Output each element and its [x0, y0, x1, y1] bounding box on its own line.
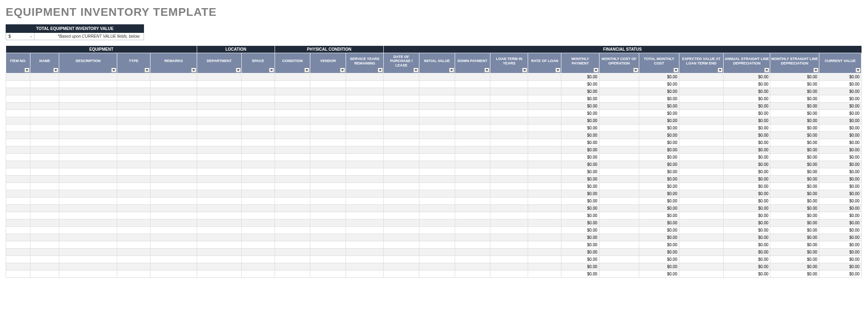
cell[interactable]	[241, 95, 275, 103]
cell[interactable]	[679, 103, 724, 110]
cell[interactable]	[30, 139, 59, 146]
cell[interactable]	[6, 103, 30, 110]
cell[interactable]	[275, 103, 310, 110]
cell[interactable]	[310, 190, 346, 198]
cell[interactable]	[241, 256, 275, 263]
cell[interactable]: $0.00	[561, 117, 599, 125]
cell[interactable]: $0.00	[819, 139, 861, 146]
cell[interactable]	[679, 263, 724, 271]
cell[interactable]	[30, 95, 59, 103]
cell[interactable]: $0.00	[819, 198, 861, 205]
cell[interactable]	[30, 146, 59, 154]
cell[interactable]	[117, 176, 150, 183]
cell[interactable]	[150, 198, 197, 205]
cell[interactable]	[117, 263, 150, 271]
filter-dropdown-icon[interactable]	[378, 68, 383, 73]
cell[interactable]	[150, 256, 197, 263]
cell[interactable]	[599, 88, 639, 95]
cell[interactable]	[346, 132, 384, 139]
cell[interactable]	[117, 205, 150, 212]
cell[interactable]	[59, 154, 117, 161]
cell[interactable]	[384, 132, 419, 139]
cell[interactable]	[346, 212, 384, 219]
cell[interactable]	[310, 241, 346, 249]
cell[interactable]: $0.00	[639, 183, 679, 190]
cell[interactable]	[310, 168, 346, 176]
cell[interactable]	[117, 234, 150, 241]
cell[interactable]	[59, 176, 117, 183]
cell[interactable]	[490, 205, 528, 212]
cell[interactable]	[150, 241, 197, 249]
cell[interactable]	[197, 263, 242, 271]
cell[interactable]	[59, 139, 117, 146]
cell[interactable]	[528, 81, 561, 88]
cell[interactable]	[490, 183, 528, 190]
cell[interactable]	[419, 139, 455, 146]
cell[interactable]	[30, 241, 59, 249]
cell[interactable]	[241, 110, 275, 117]
column-header[interactable]: TYPE	[117, 53, 150, 73]
cell[interactable]	[150, 139, 197, 146]
cell[interactable]	[59, 125, 117, 132]
cell[interactable]: $0.00	[770, 139, 819, 146]
cell[interactable]	[679, 81, 724, 88]
cell[interactable]	[346, 168, 384, 176]
cell[interactable]	[59, 110, 117, 117]
cell[interactable]	[150, 161, 197, 168]
cell[interactable]	[419, 205, 455, 212]
filter-dropdown-icon[interactable]	[191, 68, 196, 73]
cell[interactable]	[59, 212, 117, 219]
cell[interactable]	[150, 234, 197, 241]
cell[interactable]: $0.00	[819, 249, 861, 256]
cell[interactable]	[679, 212, 724, 219]
cell[interactable]	[275, 88, 310, 95]
filter-dropdown-icon[interactable]	[340, 68, 345, 73]
cell[interactable]: $0.00	[819, 125, 861, 132]
cell[interactable]	[30, 176, 59, 183]
filter-dropdown-icon[interactable]	[633, 68, 638, 73]
cell[interactable]	[310, 154, 346, 161]
cell[interactable]	[384, 154, 419, 161]
cell[interactable]: $0.00	[770, 263, 819, 271]
cell[interactable]	[241, 168, 275, 176]
cell[interactable]	[197, 161, 242, 168]
cell[interactable]	[59, 205, 117, 212]
cell[interactable]	[346, 103, 384, 110]
cell[interactable]	[310, 263, 346, 271]
filter-dropdown-icon[interactable]	[111, 68, 116, 73]
cell[interactable]	[6, 234, 30, 241]
column-header[interactable]: MONTHLY COST OF OPERATION	[599, 53, 639, 73]
cell[interactable]	[528, 146, 561, 154]
cell[interactable]	[117, 168, 150, 176]
cell[interactable]	[241, 146, 275, 154]
cell[interactable]: $0.00	[639, 176, 679, 183]
cell[interactable]: $0.00	[639, 190, 679, 198]
cell[interactable]	[117, 103, 150, 110]
cell[interactable]: $0.00	[561, 271, 599, 278]
cell[interactable]	[310, 139, 346, 146]
cell[interactable]	[59, 103, 117, 110]
cell[interactable]: $0.00	[561, 73, 599, 81]
cell[interactable]	[241, 227, 275, 234]
cell[interactable]	[346, 117, 384, 125]
cell[interactable]	[197, 198, 242, 205]
cell[interactable]: $0.00	[819, 183, 861, 190]
cell[interactable]	[346, 256, 384, 263]
cell[interactable]	[419, 176, 455, 183]
cell[interactable]: $0.00	[819, 88, 861, 95]
cell[interactable]	[275, 139, 310, 146]
cell[interactable]	[599, 110, 639, 117]
cell[interactable]	[275, 219, 310, 227]
cell[interactable]	[490, 168, 528, 176]
cell[interactable]	[197, 132, 242, 139]
cell[interactable]: $0.00	[770, 117, 819, 125]
cell[interactable]: $0.00	[561, 227, 599, 234]
cell[interactable]	[346, 81, 384, 88]
cell[interactable]	[6, 95, 30, 103]
cell[interactable]	[679, 154, 724, 161]
cell[interactable]	[455, 190, 490, 198]
cell[interactable]	[6, 212, 30, 219]
cell[interactable]	[455, 219, 490, 227]
cell[interactable]	[455, 234, 490, 241]
cell[interactable]	[275, 263, 310, 271]
